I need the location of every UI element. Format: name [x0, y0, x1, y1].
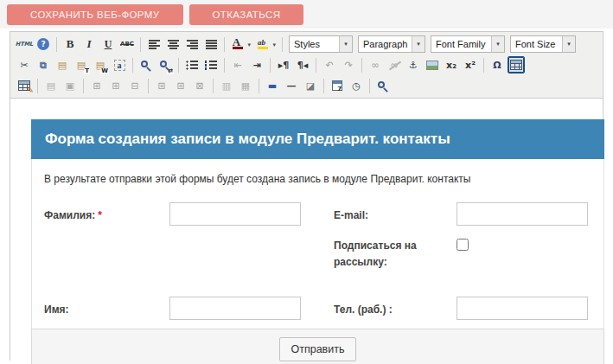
save-webform-button[interactable]: СОХРАНИТЬ ВЕБ-ФОРМУ [7, 4, 183, 25]
paste-icon[interactable]: ▤ [54, 56, 71, 73]
table-edit-icon[interactable] [16, 77, 33, 94]
special-character-icon[interactable]: Ω [488, 56, 506, 73]
remove-format-icon[interactable]: ◪ [302, 77, 319, 94]
webform-body: В результате отправки этой формы будет с… [31, 159, 604, 329]
bullet-list-icon[interactable] [183, 56, 201, 73]
align-right-icon[interactable] [183, 35, 201, 53]
unlink-icon: ∞ [386, 56, 403, 73]
superscript-icon[interactable]: x² [462, 56, 479, 73]
paste-as-text-badge: T [84, 68, 90, 74]
email-input[interactable] [457, 202, 588, 226]
outdent-icon: ⇤ [229, 56, 246, 73]
webform-footer: Отправить [31, 329, 604, 364]
work-phone-input[interactable] [457, 297, 588, 320]
subscript-icon[interactable]: x₂ [443, 56, 460, 73]
preview-icon[interactable] [374, 77, 392, 94]
font-family-select[interactable]: Font Family▾ [431, 35, 505, 53]
merge-cells-icon: ▦ [237, 77, 254, 94]
direction-ltr-icon[interactable]: ▸¶ [275, 56, 292, 73]
cut-icon[interactable]: ✂ [16, 56, 33, 73]
direction-rtl-glyph: ¶◂ [297, 61, 309, 70]
webform-title: Форма создания записи в модуле Предварит… [31, 119, 604, 159]
insert-row-after-glyph: ⊞ [112, 81, 119, 91]
highlight-color-glyph: ab [258, 38, 265, 47]
table-row-properties-glyph: ▤ [47, 81, 55, 91]
advanced-hr-icon[interactable]: ▬ [264, 77, 281, 94]
font-size-select[interactable]: Font Size▾ [510, 35, 576, 53]
find-glyph [141, 61, 148, 67]
dropdown-arrow-icon: ▾ [339, 36, 352, 52]
anchor-icon[interactable]: ⚓ [405, 56, 422, 73]
toolbar-separator [224, 58, 225, 73]
strikethrough-icon[interactable]: ABC [118, 35, 136, 53]
richtext-editor: HTML?BIUABCA▾ab▾Styles▾Paragraph▾Font Fa… [10, 31, 603, 361]
toolbar-separator [140, 37, 141, 52]
toolbar-separator [282, 37, 283, 52]
direction-ltr-glyph: ▸¶ [278, 61, 290, 70]
styles-select[interactable]: Styles▾ [289, 35, 353, 53]
subscribe-label: Подписаться на рассылку: [334, 233, 457, 271]
styles-select-value: Styles [294, 39, 320, 49]
toolbar-separator [369, 79, 370, 93]
subscribe-checkbox[interactable] [457, 239, 469, 251]
toolbar-row-1: HTML?BIUABCA▾ab▾Styles▾Paragraph▾Font Fa… [13, 34, 600, 54]
toolbar-separator [56, 37, 57, 52]
form-row: Фамилия:* E-mail: [44, 202, 591, 226]
align-center-icon[interactable] [164, 35, 182, 53]
bold-icon[interactable]: B [61, 35, 79, 53]
anchor-glyph: ⚓ [409, 61, 418, 70]
highlight-color-icon[interactable]: ab▾ [254, 35, 278, 53]
indent-glyph: ⇥ [252, 61, 260, 70]
paste-from-word-badge: W [100, 68, 109, 74]
lastname-label-text: Фамилия: [44, 209, 95, 221]
editor-content-area[interactable]: Форма создания записи в модуле Предварит… [10, 99, 603, 364]
form-row: Имя: Тел. (раб.) : [44, 297, 591, 320]
webform-description: В результате отправки этой формы будет с… [44, 173, 591, 185]
help-icon[interactable]: ? [35, 35, 52, 53]
lastname-input[interactable] [169, 202, 301, 226]
insert-date-icon[interactable]: 7 [329, 77, 346, 94]
cut-glyph: ✂ [20, 61, 28, 70]
find-replace-badge: ⇄ [167, 68, 174, 74]
insert-row-after-icon: ⊞ [107, 77, 125, 94]
required-marker: * [98, 209, 102, 221]
underline-glyph: U [105, 38, 112, 51]
insert-column-after-glyph: ⊞ [176, 81, 184, 91]
direction-rtl-icon[interactable]: ¶◂ [294, 56, 311, 73]
html-source-icon[interactable]: HTML [16, 35, 33, 53]
insert-row-before-glyph: ⊞ [93, 81, 100, 91]
find-replace-icon[interactable]: ⇄ [156, 56, 174, 73]
font-color-icon[interactable]: A▾ [229, 35, 252, 53]
copy-icon[interactable]: ⧉ [35, 56, 52, 73]
select-all-glyph: a [114, 60, 125, 71]
select-all-icon[interactable]: a [111, 56, 128, 73]
paragraph-select-value: Paragraph [363, 39, 407, 49]
horizontal-rule-icon[interactable]: — [283, 77, 300, 94]
insert-image-glyph [426, 61, 438, 70]
align-left-icon[interactable] [145, 35, 163, 53]
numbered-list-icon[interactable] [202, 56, 220, 73]
insert-table-icon[interactable] [508, 56, 525, 73]
redo-icon: ↷ [340, 56, 357, 73]
find-icon[interactable] [137, 56, 155, 73]
dropdown-arrow-icon: ▾ [412, 36, 425, 52]
insert-column-before-glyph: ⊞ [157, 81, 165, 91]
cancel-button[interactable]: ОТКАЗАТЬСЯ [189, 4, 304, 25]
find-replace-glyph [160, 61, 167, 67]
insert-table-glyph [510, 60, 522, 70]
paragraph-select[interactable]: Paragraph▾ [358, 35, 425, 53]
split-cells-icon: ▥ [218, 77, 235, 94]
underline-icon[interactable]: U [99, 35, 117, 53]
dropdown-arrow-icon: ▾ [491, 36, 504, 52]
undo-icon: ↶ [321, 56, 338, 73]
italic-icon[interactable]: I [80, 35, 98, 53]
align-justify-icon[interactable] [202, 35, 220, 53]
insert-time-icon[interactable]: ◷ [348, 77, 365, 94]
submit-button[interactable]: Отправить [279, 337, 357, 361]
indent-icon[interactable]: ⇥ [248, 56, 265, 73]
delete-column-glyph: ⊠ [195, 81, 203, 91]
paste-as-text-icon[interactable]: ▤T [73, 56, 90, 73]
paste-from-word-icon[interactable]: ▤W [92, 56, 109, 73]
insert-image-icon[interactable] [424, 56, 441, 73]
firstname-input[interactable] [169, 297, 301, 320]
